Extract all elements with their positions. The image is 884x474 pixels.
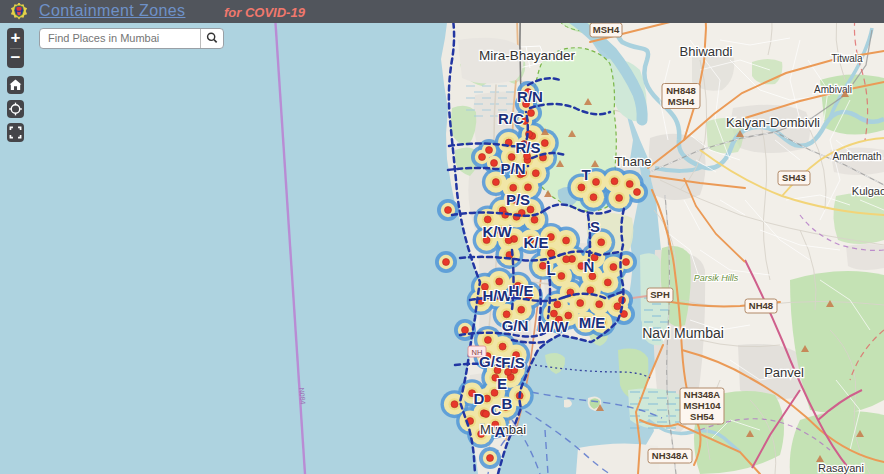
svg-text:H/E: H/E [508, 282, 533, 299]
svg-text:F/S: F/S [501, 354, 524, 371]
svg-text:E: E [497, 375, 507, 392]
svg-text:S: S [590, 218, 600, 235]
svg-text:B: B [502, 395, 513, 412]
svg-text:P/S: P/S [506, 191, 530, 208]
svg-text:G/N: G/N [502, 317, 529, 334]
svg-text:NH348A: NH348A [684, 389, 721, 400]
svg-text:N: N [584, 258, 595, 275]
svg-text:NH348A: NH348A [652, 450, 689, 461]
svg-text:Navi Mumbai: Navi Mumbai [642, 325, 724, 341]
svg-text:Kalyan-Dombivli: Kalyan-Dombivli [726, 115, 820, 130]
svg-text:SH54: SH54 [690, 411, 714, 422]
svg-text:NH848: NH848 [666, 85, 696, 96]
svg-text:Panvel: Panvel [764, 365, 804, 380]
svg-text:M/E: M/E [579, 314, 606, 331]
svg-text:C: C [491, 401, 502, 418]
svg-text:R/S: R/S [515, 139, 540, 156]
svg-text:K/E: K/E [523, 234, 548, 251]
svg-text:Mira-Bhayander: Mira-Bhayander [479, 48, 576, 63]
svg-text:SPH: SPH [650, 289, 670, 300]
svg-text:L: L [546, 261, 555, 278]
svg-text:SH43: SH43 [782, 172, 806, 183]
svg-text:D: D [474, 390, 485, 407]
svg-text:Bhiwandi: Bhiwandi [680, 44, 733, 59]
svg-text:T: T [581, 166, 590, 183]
svg-text:Rasayani: Rasayani [818, 462, 864, 474]
svg-text:Parsik Hills: Parsik Hills [694, 273, 739, 283]
svg-text:M/W: M/W [538, 318, 570, 335]
svg-text:K/W: K/W [482, 223, 512, 240]
svg-text:MSH104: MSH104 [684, 400, 722, 411]
svg-text:Titwala: Titwala [831, 53, 863, 64]
svg-text:MSH4: MSH4 [668, 96, 695, 107]
svg-text:NH48: NH48 [749, 300, 773, 311]
svg-text:MSH4: MSH4 [593, 24, 620, 35]
svg-text:P/N: P/N [500, 160, 525, 177]
svg-text:Ambernath: Ambernath [833, 151, 882, 162]
svg-text:Thane: Thane [615, 154, 652, 169]
svg-text:R/N: R/N [517, 88, 543, 105]
svg-text:R/C: R/C [498, 110, 524, 127]
svg-text:A: A [495, 423, 506, 440]
svg-text:Kulgaon: Kulgaon [852, 185, 884, 197]
